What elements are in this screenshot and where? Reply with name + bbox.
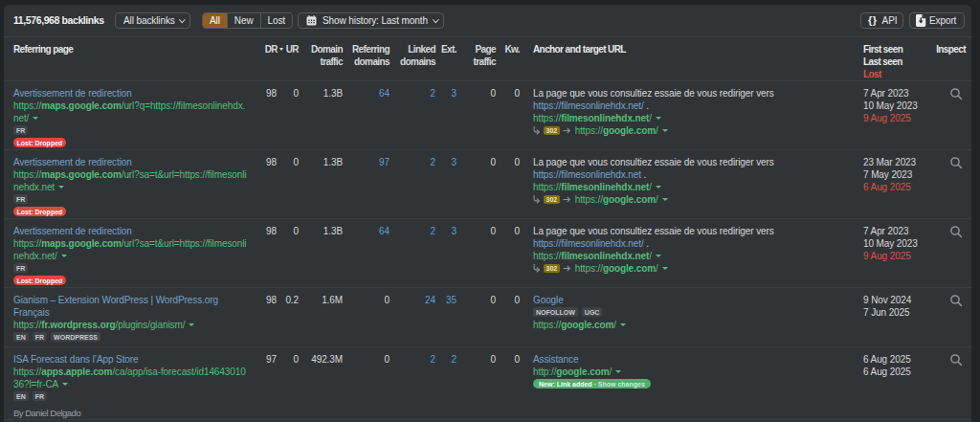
url-options-caret-icon[interactable] <box>662 198 668 201</box>
redirect-target-link[interactable]: https://google.com/ <box>575 194 668 205</box>
language-badge: WORDPRESS <box>51 332 100 342</box>
url-options-caret-icon[interactable] <box>62 383 68 386</box>
target-url-link[interactable]: https://google.com/ <box>533 320 626 330</box>
inspect-button[interactable] <box>949 294 963 310</box>
anchor-link[interactable]: https://filmesonlinehdx.net/ <box>533 100 644 111</box>
anchor-target-cell: Assistancehttp://google.com/New: Link ad… <box>520 347 855 419</box>
show-changes-link[interactable]: Show changes <box>598 381 645 388</box>
url-options-caret-icon[interactable] <box>189 323 194 326</box>
export-file-icon <box>916 14 926 27</box>
segment-new[interactable]: New <box>227 13 260 28</box>
col-header-ext[interactable]: Ext. <box>435 37 457 80</box>
url-domain: filmesonlinehdx.net <box>561 113 649 123</box>
referring-page-cell: Avertissement de redirectionhttps://maps… <box>4 81 247 149</box>
language-badge: FR <box>13 194 28 204</box>
referring-page-url-link[interactable]: https://apps.apple.com/ca/app/isa-foreca… <box>13 366 246 389</box>
referring-domains-cell: 0 <box>343 347 390 419</box>
url-domain: google.com <box>561 320 613 330</box>
braces-icon: {} <box>868 13 878 28</box>
redirect-target-link[interactable]: https://google.com/ <box>575 263 668 274</box>
referring-page-url: https://maps.google.com/url?q=https://fi… <box>13 100 247 124</box>
redirect-corner-arrow-icon <box>533 264 541 273</box>
target-url-line: https://filmesonlinehdx.net/ <box>533 250 855 262</box>
url-options-caret-icon[interactable] <box>615 370 621 373</box>
url-options-caret-icon[interactable] <box>620 323 626 326</box>
target-url-link[interactable]: https://filmesonlinehdx.net/ <box>533 251 661 261</box>
linked-domains-cell: 2 <box>390 81 435 149</box>
col-header-referring-page[interactable]: Referring page <box>4 37 247 80</box>
ext-cell: 35 <box>435 288 457 346</box>
redirect-target-link[interactable]: https://google.com/ <box>575 125 668 136</box>
url-options-caret-icon[interactable] <box>58 186 64 189</box>
kw-cell: 0 <box>496 347 520 419</box>
show-history-dropdown[interactable]: Show history: Last month <box>298 12 444 29</box>
col-header-referring-domains[interactable]: Referring domains <box>343 37 390 80</box>
inspect-cell <box>926 288 971 346</box>
referring-domains-cell-value[interactable]: 64 <box>379 226 390 236</box>
backlinks-filter-dropdown[interactable]: All backlinks <box>115 12 190 29</box>
url-options-caret-icon[interactable] <box>662 129 668 132</box>
referring-domains-cell-value[interactable]: 97 <box>379 157 390 167</box>
new-link-badge-line: New: Link added · Show changes <box>533 378 855 390</box>
col-header-page-traffic[interactable]: Page traffic <box>457 37 496 80</box>
referring-page-url-link[interactable]: https://fr.wordpress.org/plugins/gianism… <box>13 320 194 330</box>
dates-cell: 7 Apr 202310 May 20239 Aug 2025 <box>855 219 926 287</box>
segment-lost[interactable]: Lost <box>260 13 293 28</box>
url-options-caret-icon[interactable] <box>662 267 668 270</box>
col-header-linked-domains[interactable]: Linked domains <box>390 37 435 80</box>
url-domain: maps.google.com <box>41 100 122 111</box>
linked-domains-cell-value[interactable]: 24 <box>425 295 435 305</box>
anchor-link[interactable]: Google <box>533 295 564 305</box>
referring-page-url-link[interactable]: https://maps.google.com/url?sa=t&url=htt… <box>13 238 247 261</box>
url-options-caret-icon[interactable] <box>61 255 67 257</box>
ext-cell-value[interactable]: 35 <box>446 295 457 305</box>
last-seen-date: 10 May 2023 <box>863 100 926 112</box>
lost-dropped-badge: Lost: Dropped <box>13 138 66 147</box>
dr-cell: 98 <box>247 219 277 287</box>
referring-page-url-link[interactable]: https://maps.google.com/url?sa=t&url=htt… <box>13 169 247 192</box>
col-header-ur[interactable]: UR <box>277 37 299 80</box>
referring-page-title-link[interactable]: Avertissement de redirection <box>13 88 132 99</box>
referring-page-url-link[interactable]: https://maps.google.com/url?q=https://fi… <box>13 100 245 123</box>
col-header-first-seen-label: First seen <box>863 43 926 56</box>
kw-cell: 0 <box>496 150 520 218</box>
col-header-dates[interactable]: First seen Last seen Lost <box>855 37 926 80</box>
api-button[interactable]: {} API <box>860 12 903 29</box>
target-url-link[interactable]: http://google.com/ <box>533 366 621 377</box>
url-options-caret-icon[interactable] <box>33 117 38 120</box>
redirect-arrow-icon <box>563 127 571 134</box>
segment-all[interactable]: All <box>203 13 227 28</box>
backlink-row: Gianism – Extension WordPress | WordPres… <box>4 288 971 347</box>
inspect-button[interactable] <box>949 156 963 172</box>
referring-page-url: https://maps.google.com/url?sa=t&url=htt… <box>13 168 247 193</box>
referring-page-title-link[interactable]: Avertissement de redirection <box>13 157 132 167</box>
table-header: Referring page DR UR Domain traffic Refe… <box>4 37 971 81</box>
anchor-link[interactable]: Assistance <box>533 354 578 365</box>
url-options-caret-icon[interactable] <box>656 186 661 189</box>
language-badge: FR <box>13 263 28 273</box>
inspect-button[interactable] <box>949 225 963 241</box>
inspect-button[interactable] <box>949 353 963 369</box>
col-header-dr[interactable]: DR <box>247 37 277 80</box>
col-header-domain-traffic[interactable]: Domain traffic <box>299 37 343 80</box>
target-url-link[interactable]: https://filmesonlinehdx.net/ <box>533 113 661 123</box>
referring-page-title-link[interactable]: ISA Forecast dans l’App Store <box>13 354 139 365</box>
referring-page-title: Gianism – Extension WordPress | WordPres… <box>13 294 247 319</box>
referring-page-title-link[interactable]: Avertissement de redirection <box>13 226 132 236</box>
dr-cell-value: 98 <box>266 88 277 99</box>
referring-domains-cell-value[interactable]: 64 <box>379 88 390 99</box>
target-url-line: https://google.com/ <box>533 319 855 331</box>
domain-traffic-cell: 492.3M <box>299 347 343 419</box>
url-options-caret-icon[interactable] <box>656 117 661 120</box>
referring-page-title-link[interactable]: Gianism – Extension WordPress | WordPres… <box>13 295 218 318</box>
export-button[interactable]: Export <box>909 12 965 29</box>
col-header-kw[interactable]: Kw. <box>496 37 520 80</box>
target-url-link[interactable]: https://filmesonlinehdx.net/ <box>533 182 661 192</box>
anchor-link[interactable]: https://filmesonlinehdx.net <box>533 169 641 180</box>
anchor-target-cell: La page que vous consultiez essaie de vo… <box>520 150 855 218</box>
backlinks-filter-label: All backlinks <box>123 15 175 26</box>
inspect-button[interactable] <box>949 87 963 103</box>
anchor-link[interactable]: https://filmesonlinehdx.net/ <box>533 238 644 249</box>
url-options-caret-icon[interactable] <box>656 255 661 257</box>
col-header-anchor[interactable]: Anchor and target URL <box>520 37 855 80</box>
